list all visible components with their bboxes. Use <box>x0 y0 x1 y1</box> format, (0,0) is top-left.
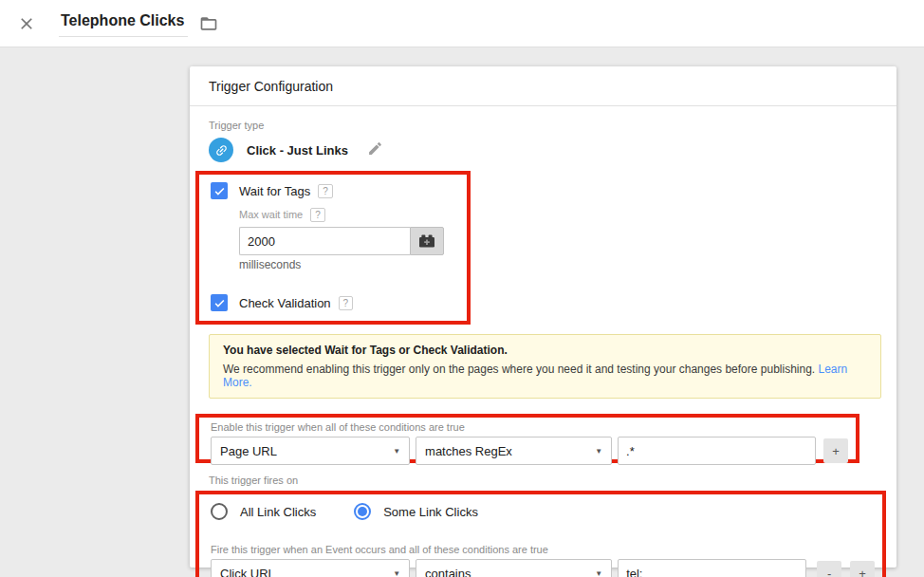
max-wait-time-input[interactable] <box>239 227 410 255</box>
dropdown-arrow-icon: ▼ <box>595 447 602 456</box>
check-validation-label: Check Validation <box>239 296 331 310</box>
warning-notice: You have selected Wait for Tags or Check… <box>209 334 881 399</box>
dropdown-arrow-icon: ▼ <box>393 447 400 456</box>
annotation-box-wait-for-tags: Wait for Tags ? Max wait time? <box>195 171 471 325</box>
add-fire-condition-button[interactable]: + <box>850 561 875 577</box>
top-bar: Telephone Clicks <box>0 0 924 47</box>
dropdown-arrow-icon: ▼ <box>595 569 602 577</box>
notice-body: We recommend enabling this trigger only … <box>223 363 815 376</box>
fire-condition-value-input[interactable] <box>618 559 806 577</box>
notice-title: You have selected Wait for Tags or Check… <box>223 344 867 357</box>
fire-conditions-label: Fire this trigger when an Event occurs a… <box>211 544 875 555</box>
annotation-box-enable-conditions: Enable this trigger when all of these co… <box>195 414 859 463</box>
remove-condition-button[interactable]: - <box>817 561 841 577</box>
condition-variable-select[interactable]: Page URL ▼ <box>211 437 410 465</box>
trigger-type-value: Click - Just Links <box>247 143 348 158</box>
link-icon <box>209 138 233 162</box>
check-validation-checkbox[interactable] <box>211 294 228 311</box>
milliseconds-label: milliseconds <box>239 258 457 271</box>
dropdown-arrow-icon: ▼ <box>393 569 400 577</box>
radio-option-some-link-clicks[interactable]: Some Link Clicks <box>354 503 478 520</box>
trigger-name-field[interactable]: Telephone Clicks <box>59 10 188 37</box>
folder-icon[interactable] <box>197 12 220 35</box>
trigger-type-label: Trigger type <box>209 120 878 131</box>
annotation-box-fires-on: All Link Clicks Some Link Clicks Fire th… <box>195 491 886 577</box>
card-title: Trigger Configuration <box>190 66 896 106</box>
wait-for-tags-checkbox[interactable] <box>211 182 228 199</box>
max-wait-time-label: Max wait time <box>239 209 303 220</box>
trigger-configuration-card: Trigger Configuration Trigger type Click… <box>190 66 896 568</box>
radio-option-all-link-clicks[interactable]: All Link Clicks <box>211 503 316 520</box>
max-wait-time-help-icon[interactable]: ? <box>310 208 325 222</box>
all-link-clicks-radio[interactable] <box>211 503 228 520</box>
condition-value-input[interactable] <box>618 437 816 465</box>
some-link-clicks-radio[interactable] <box>354 503 371 520</box>
variable-picker-button[interactable] <box>410 227 444 255</box>
wait-for-tags-label: Wait for Tags <box>239 184 310 198</box>
fire-condition-operator-select[interactable]: contains ▼ <box>416 559 612 577</box>
add-condition-button[interactable]: + <box>823 438 848 463</box>
fire-condition-variable-select[interactable]: Click URL ▼ <box>211 559 410 577</box>
check-validation-help-icon[interactable]: ? <box>339 296 354 310</box>
close-icon[interactable] <box>15 12 38 35</box>
edit-trigger-type-icon[interactable] <box>367 140 383 160</box>
condition-operator-select[interactable]: matches RegEx ▼ <box>416 437 612 465</box>
enable-conditions-label: Enable this trigger when all of these co… <box>211 421 848 433</box>
trigger-type-row: Click - Just Links <box>209 138 878 162</box>
trigger-fires-on-label: This trigger fires on <box>209 475 878 486</box>
wait-for-tags-help-icon[interactable]: ? <box>318 184 333 198</box>
